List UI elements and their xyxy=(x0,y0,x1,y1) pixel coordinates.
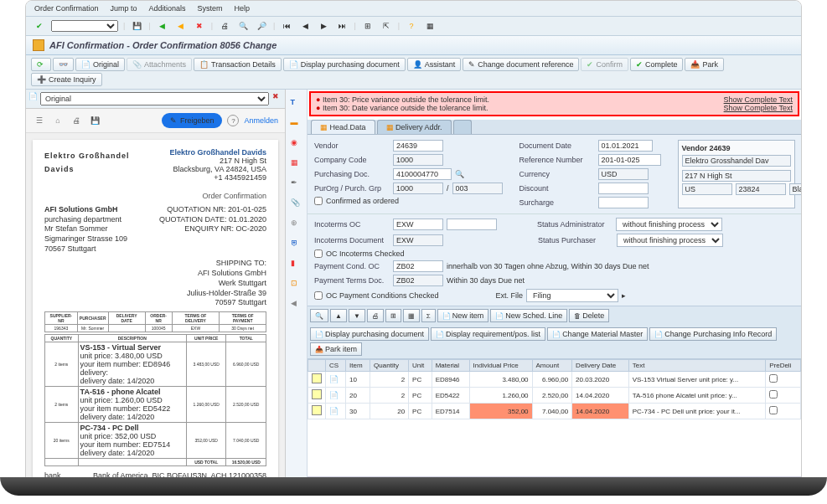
table-row[interactable]: 📄 3020 PCED7514 352,007.040,00 14.04.202… xyxy=(308,404,801,419)
payment-oc-code[interactable] xyxy=(393,260,443,272)
help-icon[interactable]: ? xyxy=(405,19,418,33)
predeli-checkbox[interactable] xyxy=(769,406,778,414)
close-doc-icon[interactable]: ✖ xyxy=(269,92,282,105)
tab-delivery-addr[interactable]: ▦ Delivery Addr. xyxy=(377,120,452,134)
pdf-save-icon[interactable]: 💾 xyxy=(88,114,101,127)
command-field[interactable] xyxy=(51,20,118,32)
new-session-icon[interactable]: ⊞ xyxy=(361,19,375,33)
document-select[interactable]: Original xyxy=(40,92,269,105)
confirmed-checkbox[interactable] xyxy=(314,197,323,205)
highlight-icon[interactable]: ▬ xyxy=(291,118,302,130)
ocr-icon[interactable]: ⊡ xyxy=(291,279,302,291)
purorg-input[interactable] xyxy=(393,183,443,194)
grid-detail-icon[interactable]: 🔍 xyxy=(310,309,328,322)
next-page-icon[interactable]: ▶ xyxy=(317,19,330,33)
detail-icon[interactable]: 📄 xyxy=(329,375,339,383)
menu-help[interactable]: Help xyxy=(235,4,251,13)
park-item-button[interactable]: 📥Park item xyxy=(310,342,362,356)
drilldown-icon[interactable]: ▸ xyxy=(622,291,626,300)
change-doc-ref-button[interactable]: ✎Change document reference xyxy=(463,58,579,71)
save-icon[interactable]: 💾 xyxy=(130,19,143,33)
show-button[interactable]: 👓 xyxy=(53,58,74,71)
grid-sum-icon[interactable]: Σ xyxy=(421,309,436,322)
refresh-button[interactable]: ⟳ xyxy=(31,58,51,71)
change-material-button[interactable]: 📄Change Material Master xyxy=(547,327,648,341)
item-grid[interactable]: CS ItemQuantity UnitMaterial Individual … xyxy=(308,358,801,476)
original-button[interactable]: 📄Original xyxy=(75,58,125,71)
predeli-checkbox[interactable] xyxy=(769,390,778,399)
stamp-icon[interactable]: ◉ xyxy=(291,138,302,150)
park-button[interactable]: 📥Park xyxy=(685,58,724,71)
detail-icon[interactable]: 📄 xyxy=(329,391,339,399)
layout-icon[interactable]: ▦ xyxy=(423,19,437,33)
attach-icon[interactable]: 📎 xyxy=(291,198,302,210)
purch-doc-input[interactable] xyxy=(393,168,452,180)
new-sched-button[interactable]: 📄New Sched. Line xyxy=(490,309,567,322)
status-icon[interactable] xyxy=(312,389,322,399)
shield-icon[interactable]: ⛨ xyxy=(291,239,302,250)
status-purch-select[interactable]: without finishing process xyxy=(617,234,723,247)
oc-payment-checkbox[interactable] xyxy=(314,291,323,300)
pdf-home-icon[interactable]: ⌂ xyxy=(51,114,65,127)
currency-input[interactable] xyxy=(598,168,649,180)
tab-head-data[interactable]: ▦ Head.Data xyxy=(311,120,375,134)
pdf-menu-icon[interactable]: ☰ xyxy=(33,114,46,127)
pdf-info-icon[interactable]: ? xyxy=(227,115,239,126)
menu-system[interactable]: System xyxy=(198,4,223,13)
form-icon[interactable]: ▦ xyxy=(291,158,302,170)
status-admin-select[interactable]: without finishing process xyxy=(616,218,722,231)
predeli-checkbox[interactable] xyxy=(769,374,778,383)
ext-file-select[interactable]: Filing xyxy=(526,289,618,302)
show-text-link[interactable]: Show Complete Text xyxy=(724,104,793,112)
company-code-input[interactable] xyxy=(393,154,443,166)
first-page-icon[interactable]: ⏮ xyxy=(280,19,293,33)
new-item-button[interactable]: 📄New item xyxy=(437,309,489,322)
grid-sort-asc-icon[interactable]: ▲ xyxy=(330,309,347,322)
doc-date-input[interactable] xyxy=(598,140,653,152)
shortcut-icon[interactable]: ⇱ xyxy=(380,19,393,33)
menu-order[interactable]: Order Confirmation xyxy=(34,4,99,13)
show-text-link[interactable]: Show Complete Text xyxy=(724,95,793,104)
table-row[interactable]: 📄 102 PCED8946 3.480,006.960,00 20.03.20… xyxy=(308,372,801,388)
search-help-icon[interactable]: 🔍 xyxy=(455,170,464,178)
text-tool-icon[interactable]: T xyxy=(291,98,302,110)
delete-button[interactable]: 🗑Delete xyxy=(569,309,609,322)
collapse-icon[interactable]: ◀ xyxy=(291,299,302,311)
tab-extra[interactable] xyxy=(453,120,472,134)
purgrp-input[interactable] xyxy=(452,183,503,194)
prev-page-icon[interactable]: ◀ xyxy=(298,19,312,33)
print-icon[interactable]: 🖨 xyxy=(218,19,231,33)
complete-button[interactable]: ✔Complete xyxy=(630,58,684,71)
cancel-icon[interactable]: ✖ xyxy=(193,19,206,33)
incoterms-oc-text[interactable] xyxy=(447,219,497,230)
ok-icon[interactable]: ✔ xyxy=(33,19,46,33)
ref-input[interactable] xyxy=(598,154,661,166)
display-po-button[interactable]: 📄Display purchasing document xyxy=(283,58,406,71)
create-inquiry-button[interactable]: ➕Create Inquiry xyxy=(31,73,102,86)
assistant-button[interactable]: 👤Assistant xyxy=(407,58,462,71)
sign-icon[interactable]: ✒ xyxy=(291,178,302,190)
grid-filter-icon[interactable]: ▦ xyxy=(403,309,420,322)
last-page-icon[interactable]: ⏭ xyxy=(335,19,349,33)
menu-additionals[interactable]: Additionals xyxy=(149,4,186,13)
measure-icon[interactable]: ⊕ xyxy=(291,219,302,230)
incoterms-oc-input[interactable] xyxy=(393,219,443,230)
surcharge-input[interactable] xyxy=(598,197,649,208)
vendor-input[interactable] xyxy=(393,140,443,152)
find-next-icon[interactable]: 🔎 xyxy=(255,19,268,33)
oc-incoterms-checkbox[interactable] xyxy=(314,249,323,258)
menu-jump[interactable]: Jump to xyxy=(111,4,137,13)
back-icon[interactable]: ◀ xyxy=(156,19,169,33)
exit-icon[interactable]: ◀ xyxy=(174,19,188,33)
attachments-button[interactable]: 📎Attachments xyxy=(127,58,192,71)
change-pir-button[interactable]: 📄Change Purchasing Info Record xyxy=(649,327,777,341)
release-button[interactable]: ✎Freigeben xyxy=(162,113,223,128)
redact-icon[interactable]: ▮ xyxy=(291,259,302,270)
confirm-button[interactable]: ✔Confirm xyxy=(581,58,628,71)
grid-sort-desc-icon[interactable]: ▼ xyxy=(349,309,365,322)
display-req-button[interactable]: 📄Display requirement/pos. list xyxy=(431,327,545,341)
grid-print-icon[interactable]: 🖨 xyxy=(367,309,384,322)
login-link[interactable]: Anmelden xyxy=(244,116,278,125)
display-po-grid-button[interactable]: 📄Display purchasing document xyxy=(310,327,429,341)
status-icon[interactable] xyxy=(312,373,322,383)
